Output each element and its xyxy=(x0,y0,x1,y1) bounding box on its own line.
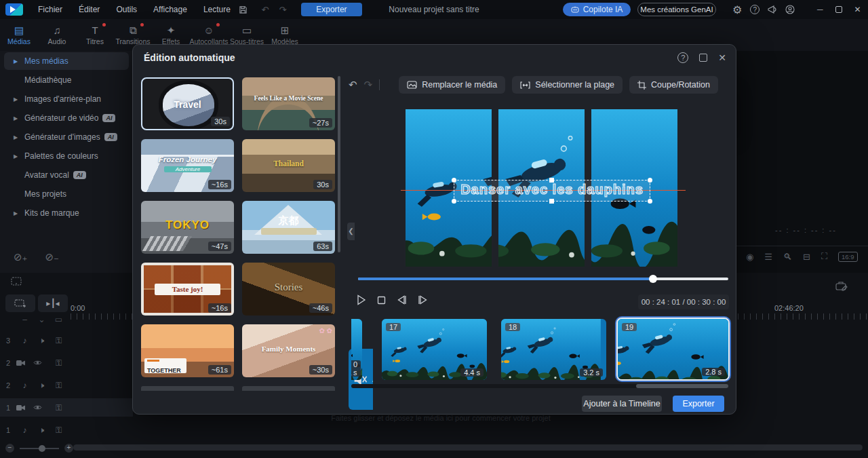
render-toolbox-icon[interactable] xyxy=(835,281,848,292)
sidebar-item-kits-marque[interactable]: ▶Kits de marque xyxy=(4,204,129,222)
sidebar-item-avatar-vocal[interactable]: Avatar vocalAI xyxy=(4,166,129,184)
menu-lecture[interactable]: Lecture xyxy=(195,5,239,14)
record-icon[interactable]: ◉ xyxy=(746,252,753,262)
dialog-redo-icon[interactable]: ↷ xyxy=(364,79,373,91)
clip-17[interactable]: 17 4.4 s xyxy=(382,319,487,380)
tab-audio[interactable]: ♫Audio xyxy=(38,19,76,51)
menu-affichage[interactable]: Affichage xyxy=(145,5,195,14)
sidebar-item-generateur-images[interactable]: ▶Générateur d'imagesAI xyxy=(4,128,129,146)
resize-handle[interactable] xyxy=(452,178,456,183)
split-screen-icon[interactable]: ⊟ xyxy=(803,252,810,262)
lock-icon[interactable]: ⚿ xyxy=(50,381,67,390)
split-clip-button[interactable]: ▸┃◂ xyxy=(38,294,68,312)
replace-media-button[interactable]: Remplacer le média xyxy=(399,76,505,94)
window-minimize-button[interactable]: ─ xyxy=(817,5,823,14)
play-icon[interactable] xyxy=(357,294,366,305)
clip-strip-scrollbar[interactable] xyxy=(351,384,728,388)
sidebar-item-generateur-video[interactable]: ▶Générateur de vidéoAI xyxy=(4,109,129,127)
track-row[interactable]: 1♪ 🕨⚿ xyxy=(0,421,75,439)
track-row[interactable]: 2♪ 🕨⚿ xyxy=(0,376,75,394)
lock-icon[interactable]: ⚿ xyxy=(50,336,67,345)
sidebar-item-images-arriere-plan[interactable]: ▶Images d'arrière-plan xyxy=(4,90,129,108)
speaker-icon[interactable]: 🕨 xyxy=(33,425,50,435)
dialog-close-icon[interactable]: ✕ xyxy=(718,52,726,63)
template-stories[interactable]: Stories ~46s xyxy=(242,263,335,316)
clip-18[interactable]: 18 3.2 s xyxy=(501,319,606,380)
marker-list-icon[interactable]: ☰ xyxy=(764,252,772,262)
timeline-ruler[interactable] xyxy=(71,313,133,320)
template-taste-joy[interactable]: Taste joy! ~16s xyxy=(141,263,234,316)
zoom-in-icon[interactable]: + xyxy=(64,444,73,453)
window-restore-button[interactable] xyxy=(835,6,842,13)
track-row[interactable]: 2 ⚿ xyxy=(0,354,75,372)
undo-icon[interactable]: ↶ xyxy=(256,5,274,15)
timeline-zoom-slider[interactable] xyxy=(20,448,59,449)
aspect-ratio-button[interactable]: 16:9 xyxy=(838,252,858,262)
sidebar-item-mes-medias[interactable]: ▶Mes médias xyxy=(4,52,129,70)
add-tag-icon[interactable]: ⊘₊ xyxy=(14,251,28,263)
template-family-moments[interactable]: Family Moments ~30s xyxy=(242,324,335,377)
dialog-maximize-icon[interactable] xyxy=(699,54,707,62)
dialog-help-icon[interactable]: ? xyxy=(677,52,688,63)
previous-frame-icon[interactable] xyxy=(397,295,407,305)
speaker-icon[interactable]: 🕨 xyxy=(33,336,50,345)
fullscreen-icon[interactable]: ⛶ xyxy=(821,251,827,262)
lock-icon[interactable]: ⚿ xyxy=(50,358,67,368)
help-icon[interactable]: ? xyxy=(750,5,760,14)
export-top-button[interactable]: Exporter xyxy=(301,3,362,16)
settings-gear-icon[interactable]: ⚙ xyxy=(732,3,742,16)
crop-rotate-button[interactable]: Coupe/Rotation xyxy=(629,76,718,94)
resize-handle[interactable] xyxy=(648,178,652,183)
copilot-ai-button[interactable]: Copilote IA xyxy=(563,3,631,16)
genai-creations-button[interactable]: Mes créations GenAI xyxy=(637,3,716,16)
stop-icon[interactable] xyxy=(377,296,386,305)
template-thailand[interactable]: Thailand 30s xyxy=(242,139,335,192)
window-close-button[interactable]: ✕ xyxy=(854,5,861,14)
zoom-out-icon[interactable]: − xyxy=(5,444,14,453)
dialog-export-button[interactable]: Exporter xyxy=(673,396,724,412)
resize-handle[interactable] xyxy=(549,178,554,183)
notifications-icon[interactable] xyxy=(768,5,777,14)
dialog-undo-icon[interactable]: ↶ xyxy=(349,79,357,91)
seek-bar[interactable] xyxy=(358,278,728,280)
seek-knob[interactable] xyxy=(649,275,657,283)
overlay-text[interactable]: Danser avec les dauphins xyxy=(454,182,650,197)
menu-editer[interactable]: Éditer xyxy=(71,5,108,14)
resize-handle[interactable] xyxy=(648,199,652,204)
sidebar-item-mes-projets[interactable]: Mes projets xyxy=(4,185,129,203)
timeline-display-icon[interactable] xyxy=(11,277,22,286)
add-to-timeline-button[interactable]: Ajouter à la Timeline xyxy=(582,396,662,412)
lock-icon[interactable]: ⚿ xyxy=(50,425,67,435)
remove-tag-icon[interactable]: ⊘₋ xyxy=(45,251,60,263)
speaker-icon[interactable]: 🕨 xyxy=(33,381,50,390)
template-frozen-journey[interactable]: Frozen Journey Adventure ~16s xyxy=(141,139,234,192)
eye-icon[interactable] xyxy=(33,360,50,366)
track-row[interactable]: 3♪ 🕨⚿ xyxy=(0,331,75,349)
select-range-button[interactable]: Sélectionner la plage xyxy=(512,76,623,94)
menu-fichier[interactable]: Fichier xyxy=(30,5,71,14)
scrollbar-thumb[interactable] xyxy=(636,384,728,388)
timeline-scrollbar[interactable] xyxy=(73,444,863,451)
add-track-button[interactable] xyxy=(5,294,35,312)
template-tokyo[interactable]: TOKYO ~47s xyxy=(141,201,234,254)
clip-partial[interactable]: 0 s xyxy=(351,319,362,380)
template-together[interactable]: TOGETHER ~61s xyxy=(141,324,234,377)
template-list-scrollbar[interactable] xyxy=(338,76,340,252)
resize-handle[interactable] xyxy=(549,199,554,204)
tab-titres[interactable]: TTitres xyxy=(76,19,114,51)
track-row-active[interactable]: 1 ⚿ xyxy=(0,398,133,417)
clip-19-selected[interactable]: 19 2.8 s xyxy=(616,318,730,381)
zoom-slider-knob[interactable] xyxy=(39,445,45,452)
template-travel[interactable]: Travel 30s xyxy=(141,77,234,130)
template-kyoto[interactable]: 京都 63s xyxy=(242,201,335,254)
tab-medias[interactable]: ▤Médias xyxy=(0,19,38,51)
next-frame-icon[interactable] xyxy=(418,295,428,305)
eye-icon[interactable] xyxy=(33,404,50,411)
sidebar-item-palettes-couleurs[interactable]: ▶Palettes de couleurs xyxy=(4,147,129,165)
lock-icon[interactable]: ⚿ xyxy=(50,403,67,413)
resize-handle[interactable] xyxy=(452,199,456,204)
account-icon[interactable] xyxy=(785,5,795,14)
redo-icon[interactable]: ↷ xyxy=(274,5,292,15)
preview-zoom-icon[interactable]: 🔍︎ xyxy=(783,252,792,262)
sidebar-item-mediatheque[interactable]: Médiathèque xyxy=(4,71,129,89)
